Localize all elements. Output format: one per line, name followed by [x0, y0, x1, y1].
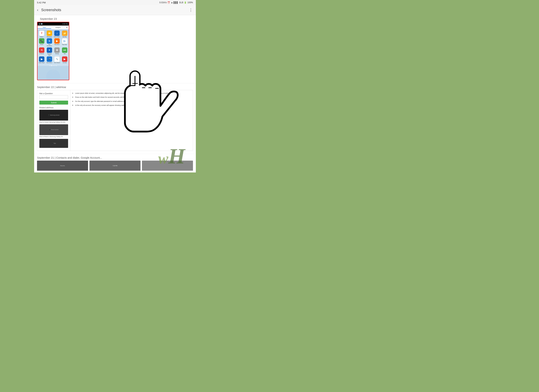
app-messaging[interactable]: ✉ Messaging	[46, 31, 53, 38]
tab-widgets[interactable]: Widgets	[51, 26, 65, 29]
phone-icon: 📞	[39, 38, 44, 44]
s21-thumb-2[interactable]: 7:20 PM Add a Google Account	[89, 161, 140, 172]
s21-thumb-2-top: 7:20 PM	[89, 161, 140, 171]
app-settings[interactable]: ⚙ Settings	[53, 48, 61, 56]
section-sep21: September 21 | Contacts and dialer, Goog…	[34, 154, 196, 172]
app-myfiles[interactable]: 📁 My Files	[61, 31, 68, 38]
signal-icon: ▌▌▌	[174, 1, 178, 4]
content: September 23 📷 📧 9:55 PM Apps Widgets ⬇	[34, 15, 196, 172]
step-text-3: Press on the side button and hold it dow…	[75, 96, 161, 98]
screenshot-card-sep23[interactable]: 📷 📧 9:55 PM Apps Widgets ⬇ T	[37, 22, 69, 80]
s21-thumb-3[interactable]: Facebook & more	[142, 161, 193, 172]
more-options-button[interactable]: ⋮	[189, 8, 193, 12]
musicplayer-label: Music Player	[54, 36, 60, 38]
videoplayer-icon: ▶	[39, 56, 44, 62]
s21-thumb-1-top: Recents	[37, 161, 88, 171]
app-voicesearch[interactable]: 🔍 Voice Search	[53, 56, 61, 63]
status-time: 5:42 PM	[37, 1, 46, 4]
playstore-icon: ▷	[62, 38, 67, 44]
wikihow-card: Ask a Question Submit Related wikiHows 📱…	[37, 90, 193, 151]
phone-status-bar: 📷 📧 9:55 PM	[38, 22, 69, 25]
question-input[interactable]	[39, 95, 68, 99]
s21-thumb-1[interactable]: Recents New contact	[37, 161, 88, 172]
wikihow-step-2: 2 Lorem ipsum dolor sit amet, consectetu…	[72, 92, 191, 95]
app-playnewsstand[interactable]: N Play Newsstand	[46, 38, 53, 47]
wikihow-steps: 2 Lorem ipsum dolor sit amet, consectetu…	[72, 92, 191, 107]
memo-icon: T	[39, 31, 44, 36]
main-panel: 5:42 PM 0.01K/s ⏰ ▲ ▌▌▌ GLB 🔋 100% ‹ Scr…	[34, 0, 196, 172]
related-label: Related wikiHows	[39, 107, 68, 109]
wikihow-left-panel: Ask a Question Submit Related wikiHows 📱…	[37, 90, 70, 151]
wikihow-thumb-1[interactable]: 📱 Samsung tutorial	[39, 110, 68, 120]
musicplayer-icon: ♪	[54, 31, 60, 36]
step-num-3: 3	[72, 96, 74, 98]
wikihow-right-panel: 2 Lorem ipsum dolor sit amet, consectetu…	[70, 90, 193, 151]
voicesearch-label: Voice Search	[54, 62, 60, 63]
app-splanner[interactable]: 31 S Planner	[38, 48, 45, 56]
battery-icon: 🔋	[184, 1, 187, 4]
app-talk[interactable]: talk Talk	[61, 48, 68, 56]
wifi-icon: ▲	[171, 1, 173, 4]
toolbar: ‹ Screenshots ⋮	[34, 5, 196, 15]
s21-thumb-2-bottom: Add a Google Account	[89, 171, 140, 172]
wikihow-thumb-1-label: How to Unlock Samsung Galaxy S3 (S3)	[39, 121, 68, 123]
step-num-5: 5	[72, 104, 74, 106]
splanner-icon: 31	[39, 48, 44, 53]
playnewsstand-icon: N	[47, 38, 52, 44]
playstore-label: Play Store	[62, 44, 67, 45]
s21-thumb-3-top	[142, 161, 193, 171]
playnewsstand-label: Play Newsstand	[46, 44, 53, 47]
status-bar-right: 0.01K/s ⏰ ▲ ▌▌▌ GLB 🔋 100%	[159, 1, 193, 4]
back-button[interactable]: ‹	[37, 8, 38, 12]
tab-download[interactable]: ⬇	[65, 26, 69, 28]
step-text-2: Lorem ipsum dolor sit amet, consectetur …	[75, 92, 169, 95]
myfiles-label: My Files	[63, 36, 67, 38]
app-memo[interactable]: T Memo	[38, 31, 45, 38]
voicesearch-icon: 🔍	[54, 56, 60, 62]
youtube-icon: ▶	[62, 56, 67, 62]
samsungapps-label: Samsung Apps	[46, 53, 53, 56]
playmusic-label: Play Music	[54, 44, 60, 45]
phone-icons: 📷 📧	[39, 23, 43, 25]
talk-label: Talk	[64, 53, 66, 54]
app-phone[interactable]: 📞 Phone	[38, 38, 45, 47]
tab-apps[interactable]: Apps	[38, 26, 51, 29]
app-youtube[interactable]: ▶ YouTube	[61, 56, 68, 63]
app-voicememo[interactable]: 🎤 Voice Memo	[46, 56, 53, 63]
s21-thumb-1-bottom: New contact	[37, 171, 88, 172]
voicememo-label: Voice Memo	[46, 62, 52, 63]
step-text-4: For the only account, type the alternate…	[75, 100, 150, 103]
status-bar: 5:42 PM 0.01K/s ⏰ ▲ ▌▌▌ GLB 🔋 100%	[34, 0, 196, 5]
s21-thumb-1-top-label: Recents	[60, 165, 65, 166]
sep22-date: September 22	[37, 86, 54, 89]
app-music-player[interactable]: ♪ Music Player	[53, 31, 61, 38]
s21-thumb-2-top-label: 7:20 PM	[113, 165, 117, 166]
app-playstore[interactable]: ▷ Play Store	[61, 38, 68, 47]
messaging-icon: ✉	[47, 31, 52, 36]
page-title: Screenshots	[41, 8, 186, 12]
app-samsungapps[interactable]: ★ Samsung Apps	[46, 48, 53, 56]
section-sep21-label: September 21 | Contacts and dialer, Goog…	[37, 154, 193, 161]
section-sep22: September 22 | wikiHow Ask a Question Su…	[34, 83, 196, 154]
phone-apps-grid: T Memo ✉ Messaging ♪ Music Player 📁	[38, 29, 69, 64]
wikihow-thumb-2[interactable]: 📱 Reset tutorial	[39, 124, 68, 135]
step-num-4: 4	[72, 100, 74, 103]
sep21-subtitle: Contacts and dialer, Google Account...	[56, 156, 102, 159]
step-num-2: 2	[72, 92, 74, 95]
memo-label: Memo	[40, 36, 43, 38]
submit-button[interactable]: Submit	[39, 100, 68, 105]
messaging-label: Messaging	[47, 36, 52, 38]
section-sep22-label: September 22 | wikiHow	[37, 83, 193, 90]
wikihow-thumb-2-label: How to Reset a Samsung Galaxy S3	[39, 136, 68, 137]
playmusic-icon: ▶	[54, 38, 60, 44]
wikihow-step-5: 5 At the only alt account, the recovery …	[72, 104, 191, 106]
voicememo-icon: 🎤	[47, 56, 52, 62]
app-playmusic[interactable]: ▶ Play Music	[53, 38, 61, 47]
videoplayer-label: Video Player	[39, 62, 45, 63]
status-bar-left: 5:42 PM	[37, 1, 46, 4]
sep22-source: wikiHow	[56, 86, 66, 89]
wikihow-thumb-3[interactable]: 📱 Tips	[39, 139, 68, 148]
samsungapps-icon: ★	[47, 48, 52, 53]
app-videoplayer[interactable]: ▶ Video Player	[38, 56, 45, 63]
s21-thumb-3-bottom: Facebook & more	[142, 171, 193, 172]
